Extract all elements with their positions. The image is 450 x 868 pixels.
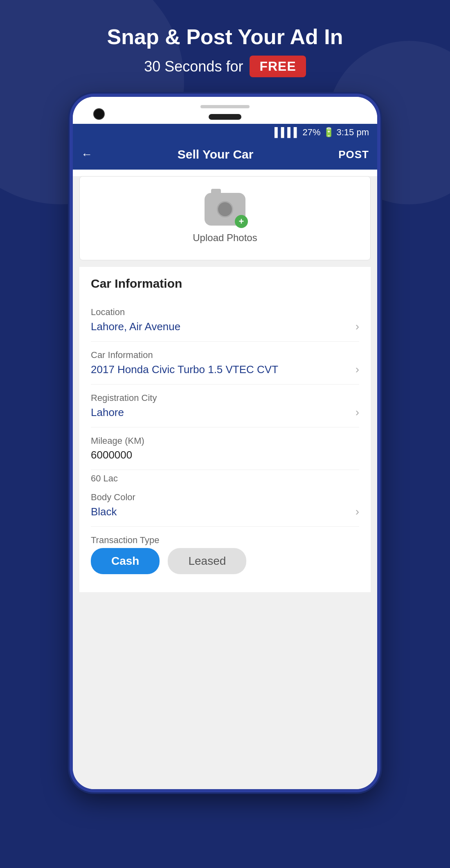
status-icons: ▌▌▌▌ 27% 🔋 3:15 pm [274, 127, 369, 138]
page-container: Snap & Post Your Ad In 30 Seconds for FR… [0, 0, 450, 792]
home-indicator [209, 114, 241, 120]
price-label: 60 Lac [91, 470, 359, 484]
section-title: Car Information [91, 277, 359, 291]
power-button [378, 179, 380, 203]
body-color-label: Body Color [91, 492, 359, 503]
transaction-row: Transaction Type Cash Leased [91, 527, 359, 582]
cash-button[interactable]: Cash [91, 548, 160, 574]
phone-mockup: ▌▌▌▌ 27% 🔋 3:15 pm ← Sell Your Car POST [70, 94, 380, 792]
app-title: Sell Your Car [178, 148, 254, 161]
mileage-value: 6000000 [91, 449, 132, 461]
signal-icon: ▌▌▌▌ [274, 127, 300, 138]
app-header: ← Sell Your Car POST [73, 141, 377, 170]
location-label: Location [91, 307, 359, 318]
location-row[interactable]: Location Lahore, Air Avenue › [91, 299, 359, 342]
car-model-value: 2017 Honda Civic Turbo 1.5 VTEC CVT [91, 363, 278, 376]
camera-notch [211, 189, 221, 195]
leased-button[interactable]: Leased [168, 548, 246, 574]
plus-badge: + [235, 215, 248, 228]
post-button[interactable]: POST [338, 148, 369, 161]
transaction-buttons: Cash Leased [91, 548, 359, 574]
body-color-row[interactable]: Body Color Black › [91, 484, 359, 527]
reg-city-row[interactable]: Registration City Lahore › [91, 385, 359, 427]
car-model-label: Car Information [91, 350, 359, 360]
volume-buttons [70, 170, 71, 215]
back-button[interactable]: ← [81, 148, 92, 161]
location-value: Lahore, Air Avenue [91, 320, 180, 333]
upload-section[interactable]: + Upload Photos [79, 176, 371, 260]
mileage-value-row: 6000000 [91, 449, 359, 461]
battery-percent: 27% [302, 127, 320, 138]
body-color-value-row: Black › [91, 505, 359, 518]
promo-subtitle: 30 Seconds for FREE [107, 56, 343, 77]
speaker [200, 105, 250, 108]
power-btn [378, 179, 380, 203]
volume-down-button [70, 199, 71, 215]
car-model-value-row: 2017 Honda Civic Turbo 1.5 VTEC CVT › [91, 363, 359, 376]
reg-city-value-row: Lahore › [91, 406, 359, 419]
app-content: + Upload Photos Car Information Location… [73, 176, 377, 789]
chevron-right-icon: › [356, 320, 359, 333]
chevron-right-icon-3: › [356, 406, 359, 419]
promo-title: Snap & Post Your Ad In [107, 25, 343, 49]
mileage-label: Mileage (KM) [91, 436, 359, 446]
free-badge: FREE [250, 56, 306, 77]
car-model-row[interactable]: Car Information 2017 Honda Civic Turbo 1… [91, 342, 359, 385]
battery-icon: 🔋 [323, 127, 334, 138]
status-bar: ▌▌▌▌ 27% 🔋 3:15 pm [73, 124, 377, 141]
phone-top-bar [73, 97, 377, 124]
camera-lens [217, 201, 233, 217]
mileage-row[interactable]: Mileage (KM) 6000000 [91, 427, 359, 470]
promo-header: Snap & Post Your Ad In 30 Seconds for FR… [107, 25, 343, 77]
volume-up-button [70, 170, 71, 191]
promo-subtitle-text: 30 Seconds for [144, 58, 243, 75]
chevron-right-icon-4: › [356, 505, 359, 518]
body-color-value: Black [91, 506, 117, 518]
camera-icon-container: + [205, 193, 245, 226]
chevron-right-icon-2: › [356, 363, 359, 376]
car-info-section: Car Information Location Lahore, Air Ave… [79, 267, 371, 592]
reg-city-value: Lahore [91, 406, 124, 419]
upload-label: Upload Photos [193, 232, 257, 244]
reg-city-label: Registration City [91, 393, 359, 403]
transaction-label: Transaction Type [91, 535, 359, 546]
location-value-row: Lahore, Air Avenue › [91, 320, 359, 333]
front-camera [93, 108, 105, 120]
time: 3:15 pm [337, 127, 369, 138]
